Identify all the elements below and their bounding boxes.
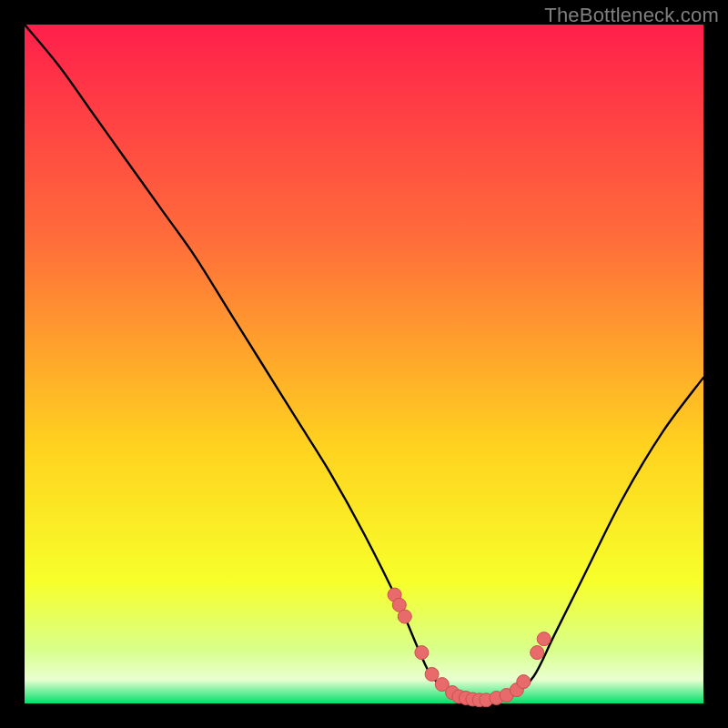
chart-root: TheBottleneck.com [0, 0, 728, 728]
highlight-dot [425, 667, 439, 681]
watermark-text: TheBottleneck.com [544, 4, 719, 27]
plot-gradient [25, 25, 703, 703]
highlight-dot [398, 610, 411, 623]
highlight-dot [415, 646, 429, 660]
chart-svg [0, 0, 728, 728]
highlight-dot [537, 632, 551, 646]
highlight-dot [531, 646, 544, 660]
highlight-dot [517, 675, 531, 689]
